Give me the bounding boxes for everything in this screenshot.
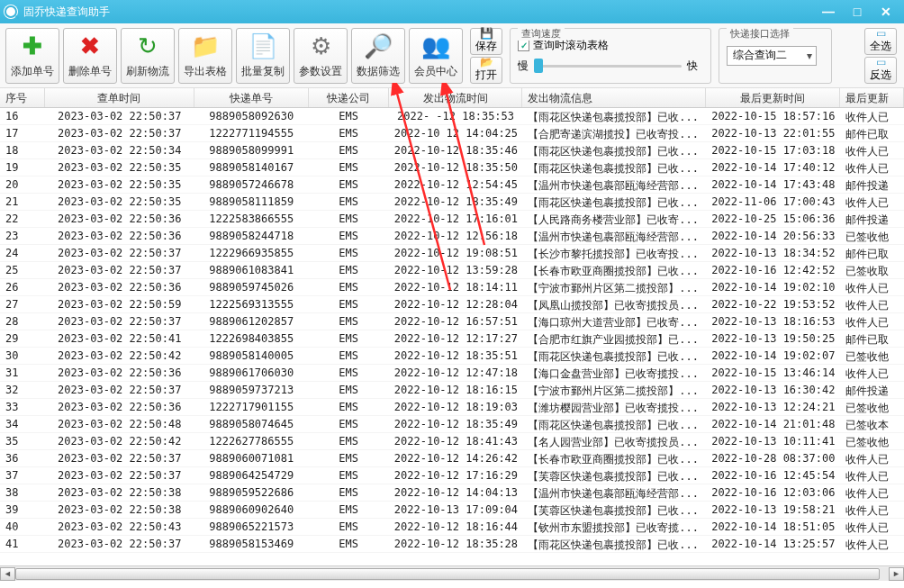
th-seq[interactable]: 序号 (0, 88, 45, 107)
cell: 2023-03-02 22:50:37 (45, 125, 194, 141)
table-row[interactable]: 282023-03-02 22:50:379889061202857EMS202… (0, 313, 904, 330)
cell: 2022-10-12 18:35:50 (389, 159, 523, 176)
cell: 9889061083841 (194, 262, 309, 278)
delete-button[interactable]: ✖删除单号 (63, 28, 117, 84)
cell: 【合肥市红旗产业园揽投部】已... (522, 330, 706, 347)
member-button[interactable]: 👥会员中心 (409, 28, 463, 84)
cell: 16 (0, 108, 45, 124)
export-button[interactable]: 📁导出表格 (178, 28, 232, 84)
cell: 9889061202857 (194, 313, 309, 330)
table-row[interactable]: 302023-03-02 22:50:429889058140005EMS202… (0, 348, 904, 365)
cell: 2022-10-14 17:40:12 (706, 159, 840, 176)
scroll-checkbox[interactable]: ✓ (518, 40, 529, 51)
cell: 2022-10-12 18:35:28 (389, 536, 523, 552)
open-button[interactable]: 📂打开 (470, 57, 502, 84)
selectall-button[interactable]: ▭全选 (864, 28, 897, 55)
minimize-button[interactable]: ― (814, 3, 843, 21)
table-row[interactable]: 372023-03-02 22:50:379889064254729EMS202… (0, 467, 904, 484)
cell: 【温州市快递包裹部瓯海经营部... (522, 228, 706, 244)
horizontal-scrollbar[interactable]: ◄ ► (0, 565, 904, 581)
cell: 29 (0, 330, 45, 347)
filter-button[interactable]: 🔎数据筛选 (351, 28, 405, 84)
scroll-left-arrow[interactable]: ◄ (0, 567, 15, 581)
cell: EMS (309, 416, 389, 432)
table-row[interactable]: 212023-03-02 22:50:359889058111859EMS202… (0, 194, 904, 211)
cell: 邮件投递 (840, 211, 904, 227)
cell: 收件人已 (840, 484, 904, 501)
cell: 2022-10-16 12:03:06 (706, 484, 840, 501)
table-row[interactable]: 342023-03-02 22:50:489889058074645EMS202… (0, 416, 904, 433)
cell: 2022-10-15 18:57:16 (706, 108, 840, 124)
cell: 9889060902640 (194, 502, 309, 518)
scroll-right-arrow[interactable]: ► (889, 567, 904, 581)
table-row[interactable]: 272023-03-02 22:50:591222569313555EMS202… (0, 296, 904, 313)
settings-button[interactable]: ⚙参数设置 (294, 28, 348, 84)
cell: 【温州市快递包裹部瓯海经营部... (522, 176, 706, 193)
table: 序号 查单时间 快递单号 快递公司 发出物流时间 发出物流信息 最后更新时间 最… (0, 88, 904, 565)
cell: EMS (309, 433, 389, 449)
slider-thumb[interactable] (534, 59, 543, 73)
table-row[interactable]: 352023-03-02 22:50:421222627786555EMS202… (0, 433, 904, 450)
cell: 2022-10-12 12:47:18 (389, 365, 523, 381)
cell: 【钦州市东盟揽投部】已收寄揽... (522, 519, 706, 535)
table-row[interactable]: 222023-03-02 22:50:361222583866555EMS202… (0, 211, 904, 228)
close-button[interactable]: ✕ (872, 3, 900, 21)
cell: 2023-03-02 22:50:41 (45, 330, 194, 347)
cell: 2022-10-12 14:26:42 (389, 450, 523, 466)
table-row[interactable]: 162023-03-02 22:50:379889058092630EMS202… (0, 108, 904, 125)
table-row[interactable]: 292023-03-02 22:50:411222698403855EMS202… (0, 330, 904, 348)
invert-button[interactable]: ▭反选 (864, 57, 897, 84)
refresh-button[interactable]: ↻刷新物流 (121, 28, 175, 84)
table-row[interactable]: 232023-03-02 22:50:369889058244718EMS202… (0, 228, 904, 245)
th-lastinfo[interactable]: 最后更新 (840, 88, 904, 107)
cell: 2022-10-12 19:08:51 (389, 245, 523, 261)
table-row[interactable]: 312023-03-02 22:50:369889061706030EMS202… (0, 365, 904, 382)
table-row[interactable]: 242023-03-02 22:50:371222966935855EMS202… (0, 245, 904, 262)
copy-icon: 📄 (249, 32, 277, 60)
table-row[interactable]: 382023-03-02 22:50:389889059522686EMS202… (0, 484, 904, 502)
cell: 已签收他 (840, 399, 904, 415)
table-row[interactable]: 392023-03-02 22:50:389889060902640EMS202… (0, 502, 904, 519)
scroll-thumb[interactable] (15, 568, 880, 580)
interface-select[interactable]: 综合查询二 (727, 46, 817, 66)
th-sentinfo[interactable]: 发出物流信息 (522, 88, 706, 107)
table-row[interactable]: 402023-03-02 22:50:439889065221573EMS202… (0, 519, 904, 536)
table-row[interactable]: 252023-03-02 22:50:379889061083841EMS202… (0, 262, 904, 279)
cell: 9889058140005 (194, 348, 309, 364)
table-row[interactable]: 412023-03-02 22:50:379889058153469EMS202… (0, 536, 904, 553)
th-company[interactable]: 快递公司 (309, 88, 389, 107)
table-row[interactable]: 362023-03-02 22:50:379889060071081EMS202… (0, 450, 904, 467)
cell: 收件人已 (840, 450, 904, 466)
cell: EMS (309, 279, 389, 295)
th-lasttime[interactable]: 最后更新时间 (706, 88, 840, 107)
table-row[interactable]: 182023-03-02 22:50:349889058099991EMS202… (0, 142, 904, 159)
cell: EMS (309, 211, 389, 227)
table-row[interactable]: 192023-03-02 22:50:359889058140167EMS202… (0, 159, 904, 176)
copy-button[interactable]: 📄批量复制 (236, 28, 290, 84)
table-row[interactable]: 332023-03-02 22:50:361222717901155EMS202… (0, 399, 904, 416)
speed-slider[interactable] (534, 65, 682, 68)
table-row[interactable]: 322023-03-02 22:50:379889059737213EMS202… (0, 382, 904, 399)
cell: 2022-10-13 18:16:53 (706, 313, 840, 330)
th-querytime[interactable]: 查单时间 (45, 88, 194, 107)
interface-panel: 快递接口选择 综合查询二 (719, 28, 832, 84)
th-tracking[interactable]: 快递单号 (194, 88, 309, 107)
cell: 9889060071081 (194, 450, 309, 466)
toolbar: ✚添加单号 ✖删除单号 ↻刷新物流 📁导出表格 📄批量复制 ⚙参数设置 🔎数据筛… (0, 23, 904, 88)
cell: 2022-10-14 18:51:05 (706, 519, 840, 535)
save-button[interactable]: 💾保存 (470, 28, 502, 55)
cell: EMS (309, 176, 389, 193)
cell: 20 (0, 176, 45, 193)
table-row[interactable]: 172023-03-02 22:50:371222771194555EMS202… (0, 125, 904, 142)
table-row[interactable]: 262023-03-02 22:50:369889059745026EMS202… (0, 279, 904, 296)
cell: 2022-10-16 12:45:54 (706, 467, 840, 484)
cell: 邮件已取 (840, 125, 904, 141)
cell: 2022-10-12 12:54:45 (389, 176, 523, 193)
table-row[interactable]: 202023-03-02 22:50:359889057246678EMS202… (0, 176, 904, 194)
scroll-track[interactable] (15, 567, 889, 581)
cell: 2022-10-12 14:04:13 (389, 484, 523, 501)
cell: 2022-10-12 18:35:49 (389, 194, 523, 210)
th-senttime[interactable]: 发出物流时间 (389, 88, 523, 107)
maximize-button[interactable]: □ (843, 3, 872, 21)
add-button[interactable]: ✚添加单号 (5, 28, 59, 84)
